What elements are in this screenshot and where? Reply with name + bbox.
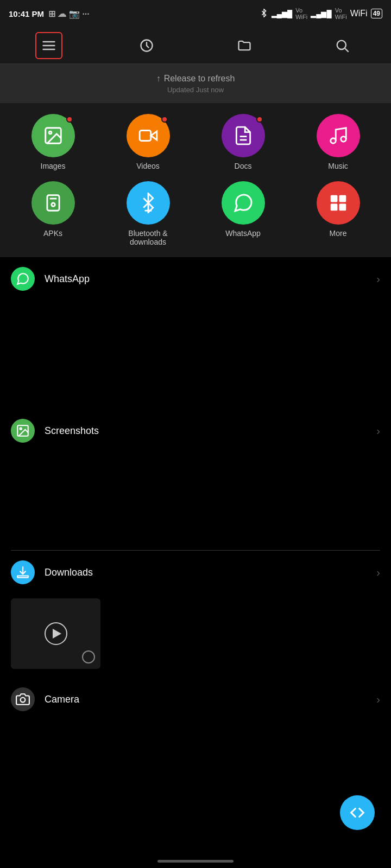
play-button[interactable]	[45, 622, 67, 645]
svg-point-13	[340, 137, 346, 142]
play-triangle-icon	[53, 629, 61, 639]
bluetooth-label: Bluetooth & downloads	[128, 229, 167, 246]
music-label: Music	[328, 162, 348, 170]
camera-chevron: ›	[376, 693, 380, 706]
recent-button[interactable]	[133, 32, 160, 59]
time: 10:41 PM	[9, 9, 44, 18]
empty-space-1	[0, 301, 391, 409]
images-icon-wrap	[31, 114, 75, 157]
music-icon-wrap	[317, 114, 360, 157]
category-row-1: Images Videos	[5, 114, 386, 170]
notification-icons: ⊞ ☁ 📷 ···	[48, 9, 90, 19]
whatsapp-chevron: ›	[376, 273, 380, 285]
svg-rect-22	[339, 204, 346, 211]
screenshots-folder-name: Screenshots	[45, 425, 376, 437]
refresh-subtitle: Updated Just now	[167, 86, 224, 94]
vo-wifi-1: VoWiFi	[295, 7, 307, 20]
more-icon-wrap	[317, 181, 360, 225]
svg-line-5	[345, 48, 348, 52]
apks-icon-wrap	[31, 181, 75, 225]
signal-icon: ▂▄▆█	[272, 10, 292, 18]
downloads-folder-icon	[11, 560, 35, 584]
downloads-folder-name: Downloads	[45, 567, 376, 578]
category-music[interactable]: Music	[298, 114, 379, 170]
wifi-icon: WiFi	[350, 9, 368, 18]
category-grid: Images Videos	[0, 103, 391, 257]
home-indicator	[157, 860, 234, 863]
menu-button[interactable]	[35, 32, 62, 59]
status-bar: 10:41 PM ⊞ ☁ 📷 ··· ▂▄▆█ VoWiFi ▂▄▆█ VoWi…	[0, 0, 391, 27]
fab-button[interactable]	[340, 795, 375, 830]
svg-point-4	[337, 40, 346, 49]
svg-point-12	[330, 138, 336, 144]
svg-rect-8	[140, 131, 151, 141]
refresh-title: ↑ Release to refresh	[156, 74, 235, 84]
folder-item-whatsapp[interactable]: WhatsApp ›	[0, 257, 391, 301]
whatsapp-folder-name: WhatsApp	[45, 273, 376, 285]
svg-rect-20	[339, 195, 346, 202]
category-images[interactable]: Images	[12, 114, 94, 170]
search-button[interactable]	[329, 32, 356, 59]
folder-list: WhatsApp › Screenshots › Downloads ›	[0, 257, 391, 721]
category-bluetooth[interactable]: Bluetooth & downloads	[108, 181, 189, 246]
category-row-2: APKs Bluetooth & downloads WhatsApp	[5, 181, 386, 246]
folder-item-downloads[interactable]: Downloads ›	[0, 551, 391, 594]
category-apks[interactable]: APKs	[12, 181, 94, 246]
whatsapp-cat-label: WhatsApp	[225, 229, 261, 238]
folder-button[interactable]	[231, 32, 258, 59]
empty-space-2	[0, 452, 391, 550]
vo-wifi-2: VoWiFi	[335, 7, 347, 20]
video-progress-circle	[82, 650, 95, 663]
docs-label: Docs	[235, 162, 252, 170]
category-whatsapp[interactable]: WhatsApp	[203, 181, 284, 246]
status-right: ▂▄▆█ VoWiFi ▂▄▆█ VoWiFi WiFi 49	[260, 7, 382, 20]
svg-marker-9	[150, 131, 156, 140]
whatsapp-folder-icon	[11, 267, 35, 291]
camera-folder-name: Camera	[45, 694, 376, 705]
video-thumbnail[interactable]	[11, 598, 100, 669]
bluetooth-icon-wrap	[127, 181, 170, 225]
camera-folder-icon	[11, 687, 35, 711]
refresh-text: Release to refresh	[164, 74, 235, 84]
folder-item-screenshots[interactable]: Screenshots ›	[0, 409, 391, 452]
whatsapp-icon-wrap	[222, 181, 265, 225]
videos-label: Videos	[136, 162, 160, 170]
signal-icon-2: ▂▄▆█	[311, 10, 331, 18]
category-docs[interactable]: Docs	[203, 114, 284, 170]
downloads-chevron: ›	[376, 566, 380, 579]
videos-icon-wrap	[127, 114, 170, 157]
images-label: Images	[41, 162, 66, 170]
battery: 49	[371, 9, 382, 18]
nav-bar	[0, 27, 391, 64]
svg-point-24	[20, 428, 22, 430]
bluetooth-icon	[260, 9, 268, 19]
category-videos[interactable]: Videos	[108, 114, 189, 170]
screenshots-folder-icon	[11, 419, 35, 443]
more-label: More	[330, 229, 347, 238]
category-more[interactable]: More	[298, 181, 379, 246]
refresh-banner: ↑ Release to refresh Updated Just now	[0, 64, 391, 103]
videos-dot	[161, 116, 168, 123]
status-left: 10:41 PM ⊞ ☁ 📷 ···	[9, 9, 90, 19]
svg-rect-21	[330, 204, 337, 211]
folder-item-camera[interactable]: Camera ›	[0, 678, 391, 721]
svg-point-15	[51, 203, 54, 206]
svg-rect-19	[330, 195, 337, 202]
docs-dot	[256, 116, 263, 123]
apks-label: APKs	[43, 229, 62, 238]
screenshots-chevron: ›	[376, 425, 380, 437]
images-dot	[66, 116, 73, 123]
docs-icon-wrap	[222, 114, 265, 157]
refresh-arrow: ↑	[156, 74, 161, 84]
svg-point-25	[21, 698, 26, 703]
svg-point-7	[49, 131, 52, 134]
